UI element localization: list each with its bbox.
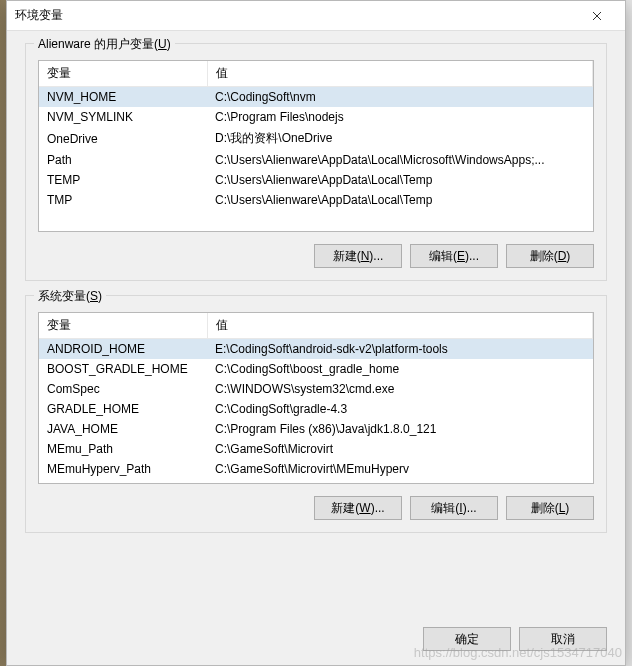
- ok-button[interactable]: 确定: [423, 627, 511, 651]
- var-value-cell: C:\CodingSoft\boost_gradle_home: [207, 359, 593, 379]
- col-header-value[interactable]: 值: [207, 313, 593, 339]
- var-value-cell: C:\CodingSoft\gradle-4.3: [207, 399, 593, 419]
- close-icon: [592, 11, 602, 21]
- user-delete-button[interactable]: 删除(D): [506, 244, 594, 268]
- user-variables-group: Alienware 的用户变量(U) 变量 值 NVM_HOMEC:\Codin…: [25, 43, 607, 281]
- dialog-footer: 确定 取消: [7, 617, 625, 665]
- cancel-button[interactable]: 取消: [519, 627, 607, 651]
- window-title: 环境变量: [15, 7, 577, 24]
- var-value-cell: C:\CodingSoft\nvm: [207, 87, 593, 108]
- dialog-content: Alienware 的用户变量(U) 变量 值 NVM_HOMEC:\Codin…: [7, 31, 625, 617]
- system-variables-group: 系统变量(S) 变量 值 ANDROID_HOMEE:\CodingSoft\a…: [25, 295, 607, 533]
- table-row[interactable]: NVM_HOMEC:\CodingSoft\nvm: [39, 87, 593, 108]
- var-name-cell: NVM_HOME: [39, 87, 207, 108]
- var-name-cell: BOOST_GRADLE_HOME: [39, 359, 207, 379]
- table-row[interactable]: TMPC:\Users\Alienware\AppData\Local\Temp: [39, 190, 593, 210]
- table-row[interactable]: ANDROID_HOMEE:\CodingSoft\android-sdk-v2…: [39, 339, 593, 360]
- table-row[interactable]: PathC:\Users\Alienware\AppData\Local\Mic…: [39, 150, 593, 170]
- table-row[interactable]: TEMPC:\Users\Alienware\AppData\Local\Tem…: [39, 170, 593, 190]
- table-row[interactable]: OneDriveD:\我的资料\OneDrive: [39, 127, 593, 150]
- env-vars-dialog: 环境变量 Alienware 的用户变量(U) 变量 值 NVM_HOMEC:\…: [6, 0, 626, 666]
- table-row[interactable]: MEmuHyperv_PathC:\GameSoft\Microvirt\MEm…: [39, 459, 593, 479]
- system-edit-button[interactable]: 编辑(I)...: [410, 496, 498, 520]
- user-vars-table-container[interactable]: 变量 值 NVM_HOMEC:\CodingSoft\nvmNVM_SYMLIN…: [38, 60, 594, 232]
- system-delete-button[interactable]: 删除(L): [506, 496, 594, 520]
- var-value-cell: C:\WINDOWS\system32\cmd.exe: [207, 379, 593, 399]
- var-name-cell: OneDrive: [39, 127, 207, 150]
- system-new-button[interactable]: 新建(W)...: [314, 496, 402, 520]
- var-value-cell: C:\Program Files (x86)\Java\jdk1.8.0_121: [207, 419, 593, 439]
- system-buttons-row: 新建(W)... 编辑(I)... 删除(L): [38, 496, 594, 520]
- var-value-cell: C:\Program Files\nodejs: [207, 107, 593, 127]
- system-group-label: 系统变量(S): [34, 288, 106, 305]
- var-value-cell: D:\我的资料\OneDrive: [207, 127, 593, 150]
- user-buttons-row: 新建(N)... 编辑(E)... 删除(D): [38, 244, 594, 268]
- system-vars-table-container[interactable]: 变量 值 ANDROID_HOMEE:\CodingSoft\android-s…: [38, 312, 594, 484]
- table-row[interactable]: NVM_SYMLINKC:\Program Files\nodejs: [39, 107, 593, 127]
- table-row[interactable]: GRADLE_HOMEC:\CodingSoft\gradle-4.3: [39, 399, 593, 419]
- var-value-cell: C:\Users\Alienware\AppData\Local\Temp: [207, 170, 593, 190]
- var-name-cell: ANDROID_HOME: [39, 339, 207, 360]
- col-header-variable[interactable]: 变量: [39, 61, 207, 87]
- var-name-cell: ComSpec: [39, 379, 207, 399]
- user-vars-table: 变量 值 NVM_HOMEC:\CodingSoft\nvmNVM_SYMLIN…: [39, 61, 593, 210]
- var-name-cell: Path: [39, 150, 207, 170]
- user-new-button[interactable]: 新建(N)...: [314, 244, 402, 268]
- col-header-variable[interactable]: 变量: [39, 313, 207, 339]
- var-value-cell: C:\Users\Alienware\AppData\Local\Temp: [207, 190, 593, 210]
- table-row[interactable]: BOOST_GRADLE_HOMEC:\CodingSoft\boost_gra…: [39, 359, 593, 379]
- user-group-label: Alienware 的用户变量(U): [34, 36, 175, 53]
- var-value-cell: C:\Users\Alienware\AppData\Local\Microso…: [207, 150, 593, 170]
- var-value-cell: C:\GameSoft\Microvirt\MEmuHyperv: [207, 459, 593, 479]
- table-row[interactable]: MEmu_PathC:\GameSoft\Microvirt: [39, 439, 593, 459]
- user-edit-button[interactable]: 编辑(E)...: [410, 244, 498, 268]
- close-button[interactable]: [577, 2, 617, 30]
- var-name-cell: JAVA_HOME: [39, 419, 207, 439]
- table-row[interactable]: JAVA_HOMEC:\Program Files (x86)\Java\jdk…: [39, 419, 593, 439]
- var-name-cell: MEmu_Path: [39, 439, 207, 459]
- system-vars-table: 变量 值 ANDROID_HOMEE:\CodingSoft\android-s…: [39, 313, 593, 479]
- var-name-cell: TEMP: [39, 170, 207, 190]
- var-value-cell: C:\GameSoft\Microvirt: [207, 439, 593, 459]
- var-name-cell: GRADLE_HOME: [39, 399, 207, 419]
- var-name-cell: MEmuHyperv_Path: [39, 459, 207, 479]
- var-name-cell: NVM_SYMLINK: [39, 107, 207, 127]
- titlebar: 环境变量: [7, 1, 625, 31]
- col-header-value[interactable]: 值: [207, 61, 593, 87]
- table-row[interactable]: ComSpecC:\WINDOWS\system32\cmd.exe: [39, 379, 593, 399]
- var-name-cell: TMP: [39, 190, 207, 210]
- var-value-cell: E:\CodingSoft\android-sdk-v2\platform-to…: [207, 339, 593, 360]
